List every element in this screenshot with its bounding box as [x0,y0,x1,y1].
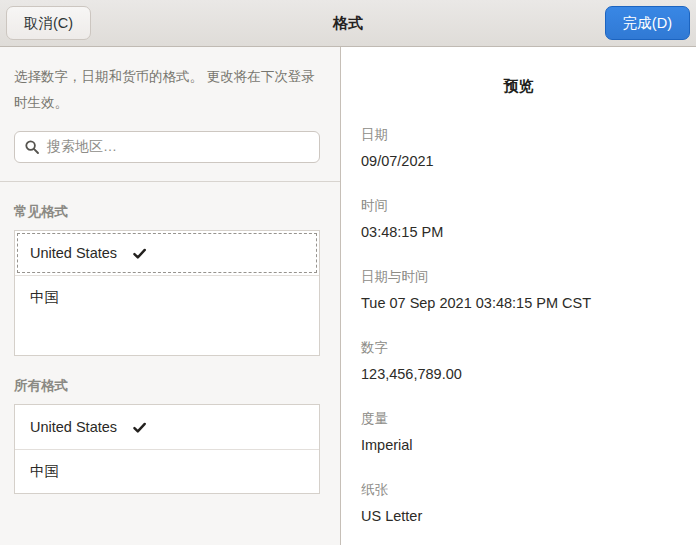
list-item-label: United States [30,245,117,261]
list-item-china[interactable]: 中国 [15,449,319,493]
list-item-label: 中国 [30,462,59,481]
preview-groups: 日期 09/07/2021 时间 03:48:15 PM 日期与时间 Tue 0… [361,126,676,524]
list-item-china[interactable]: 中国 [15,275,319,319]
preview-value: 123,456,789.00 [361,366,676,382]
common-formats-list: United States 中国 [14,230,320,356]
headerbar: 格式 取消(C) 完成(D) [0,0,696,47]
preview-label: 纸张 [361,481,676,499]
all-formats-list: United States 中国 [14,404,320,494]
section-label-all-formats: 所有格式 [14,377,326,395]
dialog-title: 格式 [0,14,696,33]
formats-description: 选择数字，日期和货币的格式。 更改将在下次登录时生效。 [14,64,320,116]
preview-label: 度量 [361,410,676,428]
preview-group-paper: 纸张 US Letter [361,481,676,524]
preview-value: Tue 07 Sep 2021 03:48:15 PM CST [361,295,676,311]
search-divider [0,181,340,182]
preview-group-number: 数字 123,456,789.00 [361,339,676,382]
preview-label: 数字 [361,339,676,357]
list-item-label: 中国 [30,288,59,307]
section-label-common-formats: 常见格式 [14,203,326,221]
cancel-button[interactable]: 取消(C) [6,6,91,40]
preview-value: Imperial [361,437,676,453]
preview-value: 03:48:15 PM [361,224,676,240]
region-chooser-pane: 选择数字，日期和货币的格式。 更改将在下次登录时生效。 搜索地区… 常见格式 U… [0,47,341,545]
list-item-united-states[interactable]: United States [15,405,319,449]
check-icon [132,246,147,261]
preview-group-date: 日期 09/07/2021 [361,126,676,169]
preview-group-time: 时间 03:48:15 PM [361,197,676,240]
preview-label: 时间 [361,197,676,215]
preview-title: 预览 [361,77,676,96]
preview-group-measurement: 度量 Imperial [361,410,676,453]
preview-label: 日期 [361,126,676,144]
search-placeholder: 搜索地区… [47,138,117,156]
preview-group-datetime: 日期与时间 Tue 07 Sep 2021 03:48:15 PM CST [361,268,676,311]
done-button[interactable]: 完成(D) [605,6,690,40]
dialog-content: 选择数字，日期和货币的格式。 更改将在下次登录时生效。 搜索地区… 常见格式 U… [0,47,696,545]
preview-pane: 预览 日期 09/07/2021 时间 03:48:15 PM 日期与时间 Tu… [341,47,696,545]
search-input[interactable]: 搜索地区… [14,131,320,163]
check-icon [132,420,147,435]
preview-value: US Letter [361,508,676,524]
formats-dialog: 格式 取消(C) 完成(D) 选择数字，日期和货币的格式。 更改将在下次登录时生… [0,0,696,545]
list-item-label: United States [30,419,117,435]
list-item-united-states[interactable]: United States [15,231,319,275]
preview-label: 日期与时间 [361,268,676,286]
preview-value: 09/07/2021 [361,153,676,169]
search-icon [24,139,40,155]
